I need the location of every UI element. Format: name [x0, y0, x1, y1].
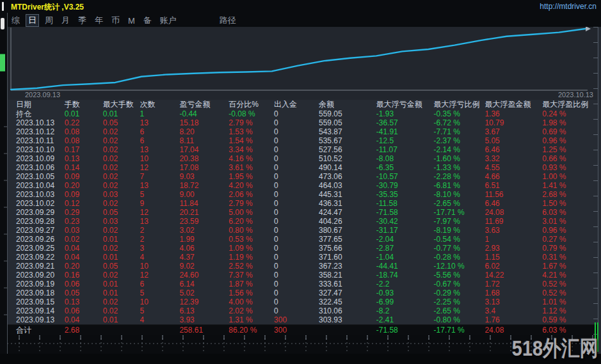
cell: -41.91	[376, 127, 434, 136]
cell: 0.05	[65, 289, 103, 297]
left-rail[interactable]	[0, 13, 8, 354]
menu-item-7[interactable]: M	[125, 15, 138, 26]
table-row[interactable]: 2023.09.190.060.0166.141.87 %0333.61-2.2…	[7, 280, 597, 289]
cell: 0.80 %	[228, 226, 274, 235]
cell: 0	[274, 145, 319, 154]
table-row[interactable]: 2023.09.250.040.0234.061.09 %0375.66-2.8…	[7, 244, 597, 253]
table-row[interactable]: 2023.09.290.290.051220.215.00 %0424.47-7…	[7, 208, 597, 217]
cell: 1.12 %	[542, 306, 597, 315]
cell: 18.72	[179, 181, 228, 190]
table-row[interactable]: 2023.09.140.060.0256.132.02 %0310.06-8.2…	[7, 306, 597, 315]
equity-chart[interactable]: 2023.09.13 2023.10.13	[7, 27, 597, 100]
cell: 6.13	[179, 306, 228, 315]
menu-item-1[interactable]: 日	[26, 14, 39, 27]
cell: 258.61	[179, 325, 228, 335]
cell: 5.05	[485, 136, 542, 145]
menu-item-8[interactable]: 备	[141, 14, 154, 27]
cell: 2023.09.27	[16, 226, 65, 235]
table-row[interactable]: 2023.10.120.080.0268.201.53 %0543.87-41.…	[7, 127, 597, 136]
cell: 2.06 %	[228, 190, 274, 199]
cell: 2023.09.15	[16, 297, 65, 306]
table-row[interactable]: 2023.10.090.130.021020.384.16 %0510.52-8…	[7, 154, 597, 163]
table-row[interactable]: 2023.09.200.160.021224.607.37 %0358.21-1…	[7, 271, 597, 280]
cell: -2.37 %	[434, 136, 485, 145]
column-header-8: 最大浮亏金额	[376, 100, 434, 109]
menu-item-5[interactable]: 年	[92, 14, 106, 27]
cell: 3.4	[485, 306, 542, 315]
table-row[interactable]: 2023.09.130.040.0143.931.31 %300303.93-2…	[7, 315, 597, 324]
table-row[interactable]: 2023.09.150.130.021012.394.00 %0322.45-6…	[7, 297, 597, 306]
cell: -11.07	[376, 145, 434, 154]
cell: 371.60	[319, 253, 376, 262]
cell: 1.15	[485, 253, 542, 262]
total-row[interactable]: 合计2.68258.6186.20 %300-71.58-17.71 %24.0…	[7, 324, 597, 335]
cell: 2023.09.18	[16, 289, 65, 297]
menu-item-9[interactable]: 账户	[157, 14, 179, 27]
cell: 0.08	[65, 127, 103, 136]
cell: 6.14	[179, 280, 228, 289]
menu-item-4[interactable]: 季	[76, 14, 89, 27]
menu-items: 综日周月季年币M备账户	[9, 14, 182, 27]
column-header-11: 最大浮盈比例	[542, 100, 597, 109]
table-row[interactable]: 2023.10.130.220.051315.182.79 %0559.05-3…	[7, 118, 597, 127]
right-scale-rail[interactable]	[593, 27, 598, 340]
cell: 0.02	[103, 199, 140, 208]
app-window: MTDriver统计 ,V3.25 http://mtdriver.cn 综日周…	[0, 0, 601, 364]
cell: 0.02	[103, 181, 140, 190]
app-title: MTDriver统计 ,V3.25	[11, 2, 84, 13]
table-row[interactable]: 2023.09.280.230.031323.596.20 %0404.26-3…	[7, 217, 597, 226]
cell: 0.79 %	[542, 244, 597, 253]
cell: 6.02	[485, 262, 542, 271]
table-row[interactable]: 2023.10.030.090.0359.002.06 %0445.31-35.…	[7, 190, 597, 199]
cell: 436.31	[319, 199, 376, 208]
table-row[interactable]: 2023.10.050.090.0279.031.95 %0473.06-10.…	[7, 172, 597, 181]
cell: 1.50 %	[542, 199, 597, 208]
cell: 11.56	[485, 190, 542, 199]
cell: -8.2	[376, 306, 434, 315]
cell: 0.52 %	[542, 280, 597, 289]
table-row[interactable]: 2023.09.270.030.0223.020.80 %0380.67-31.…	[7, 226, 597, 235]
holding-row[interactable]: 持仓0.010.011-0.44-0.08 %0559.05-1.93-0.35…	[7, 109, 597, 118]
cell: 0.29	[65, 208, 103, 217]
cell: 2	[140, 226, 180, 235]
menu-item-6[interactable]: 币	[109, 14, 122, 27]
cell: 490.14	[319, 163, 376, 172]
cell: -1.33 %	[434, 163, 485, 172]
menu-item-0[interactable]: 综	[9, 14, 22, 27]
cell: 358.21	[319, 271, 376, 280]
table-row[interactable]: 2023.10.020.120.02911.842.79 %0436.31-11…	[7, 199, 597, 208]
cell: 559.05	[319, 118, 376, 127]
cell: 2023.10.11	[16, 136, 65, 145]
menu-item-2[interactable]: 周	[42, 14, 56, 27]
cell: 0.03	[103, 190, 140, 199]
table-row[interactable]: 2023.10.100.170.021317.043.34 %0527.56-1…	[7, 145, 597, 154]
path-menu-item[interactable]: 路径	[220, 15, 236, 26]
table-row[interactable]: 2023.10.040.200.021318.724.20 %0464.03-3…	[7, 181, 597, 190]
cell: 2023.10.02	[16, 199, 65, 208]
menu-item-3[interactable]: 月	[59, 14, 72, 27]
cell: 2023.10.13	[16, 118, 65, 127]
site-url-link[interactable]: http://mtdriver.cn	[540, 2, 597, 11]
cell: 3	[140, 244, 180, 253]
column-header-9: 最大浮亏比例	[434, 100, 485, 109]
cell: 23.59	[179, 217, 228, 226]
cell: 0.02	[103, 297, 140, 306]
cell: 0.09	[65, 172, 103, 181]
table-row[interactable]: 2023.10.060.140.021217.083.61 %0490.14-6…	[7, 163, 597, 172]
cell: 9.00	[179, 190, 228, 199]
cell: 327.47	[319, 289, 376, 297]
table-row[interactable]: 2023.10.110.080.0268.111.54 %0535.67-12.…	[7, 136, 597, 145]
cell: -71.58	[376, 325, 434, 335]
table-row[interactable]: 2023.09.220.040.0144.371.19 %0371.60-1.0…	[7, 253, 597, 262]
table-row[interactable]: 2023.09.180.050.0155.021.56 %0327.47-0.9…	[7, 289, 597, 297]
cell: -30.42	[376, 217, 434, 226]
cell: 9	[140, 199, 180, 208]
cell: 2	[140, 235, 180, 244]
table-row[interactable]: 2023.09.210.200.05109.022.52 %0367.23-44…	[7, 262, 597, 271]
cell: 0.02	[103, 154, 140, 163]
table-row[interactable]: 2023.09.260.020.0121.990.53 %0377.65-2.0…	[7, 235, 597, 244]
cell: 3.32	[485, 154, 542, 163]
cell: 0.04	[65, 315, 103, 324]
cell: 2023.09.28	[16, 217, 65, 226]
cell: 5.00 %	[228, 208, 274, 217]
